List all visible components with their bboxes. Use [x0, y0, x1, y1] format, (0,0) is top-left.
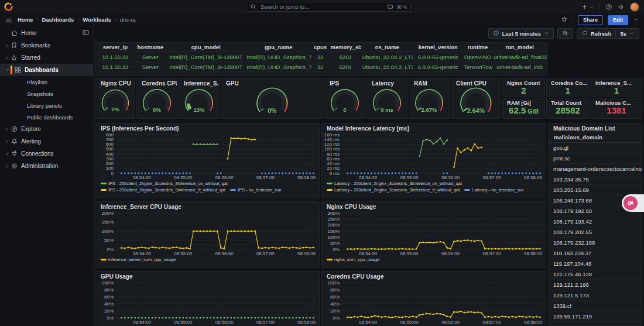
- sidebar-item-administration[interactable]: Administration: [0, 160, 93, 172]
- sidebar-item-playlists[interactable]: Playlists: [0, 76, 93, 88]
- nginx-cpu-chart-plot[interactable]: 0%50%100%150%200%250%300%08:54:0008:55:0…: [322, 211, 546, 256]
- svg-text:60%: 60%: [104, 294, 114, 300]
- table-header[interactable]: gpu_name: [245, 43, 311, 52]
- chevron-right-icon[interactable]: [4, 152, 11, 156]
- sidebar-item-bookmarks[interactable]: Bookmarks: [0, 39, 93, 52]
- svg-text:08:54:00: 08:54:00: [359, 251, 378, 256]
- refresh-button[interactable]: Refresh 5s: [577, 28, 639, 39]
- grafana-logo-icon[interactable]: [4, 2, 13, 13]
- sidebar-item-snapshots[interactable]: Snapshots: [0, 88, 93, 99]
- time-range-picker[interactable]: Last 5 minutes: [488, 28, 554, 39]
- news-icon[interactable]: [618, 4, 625, 11]
- panel-title[interactable]: Nginx CPU Usage: [322, 202, 546, 211]
- svg-text:20 ms: 20 ms: [327, 166, 340, 171]
- chevron-right-icon[interactable]: [4, 56, 11, 60]
- panel-title[interactable]: Model Inference Latency [ms]: [322, 123, 546, 132]
- sidebar-item-home[interactable]: Home: [0, 27, 93, 39]
- legend-item[interactable]: Latency - 200client_2nginx_3coredns_3inf…: [327, 187, 460, 193]
- search-box[interactable]: ⌘+k: [246, 2, 411, 12]
- gpu-usage-chart-panel: GPU Usage 0%20%40%60%80%100%08:54:0008:5…: [95, 271, 320, 326]
- ips-chart-plot[interactable]: 010020030040050060070080008:54:0008:55:0…: [96, 132, 319, 180]
- sidebar-item-starred[interactable]: Starred: [0, 52, 93, 64]
- panel-title[interactable]: GPU: [221, 78, 323, 87]
- legend-item[interactable]: IPS - no_testcase_run: [230, 187, 281, 193]
- domain-list-rows: goo.glprnt.scmanagement-orderscosctocanc…: [549, 143, 642, 322]
- svg-text:20%: 20%: [330, 308, 340, 314]
- panel-title[interactable]: Inference_Server CPU Usage: [96, 202, 319, 211]
- search-icon: [250, 2, 256, 12]
- coredns-cpu-chart-plot[interactable]: 0%20%40%60%80%100%08:54:0008:55:0008:56:…: [322, 280, 546, 325]
- panel-title[interactable]: Coredns CPU Usage: [322, 272, 546, 280]
- refresh-interval[interactable]: 5s: [620, 30, 626, 37]
- legend-item[interactable]: nginx_sum_cpu_usage: [327, 257, 379, 262]
- table-header[interactable]: server_ip: [96, 43, 135, 52]
- table-header[interactable]: os_name: [361, 43, 413, 52]
- help-icon[interactable]: [605, 4, 612, 11]
- nginx-cpu-gauge-panel: Nginx CPU 2%: [95, 78, 135, 119]
- panel-title[interactable]: GPU Usage: [96, 272, 319, 280]
- breadcrumb-workloads[interactable]: Workloads: [83, 16, 111, 23]
- dock-sidebar-icon[interactable]: [82, 29, 90, 37]
- domain-list-header[interactable]: malicious_domain: [549, 132, 641, 143]
- table-header[interactable]: run_model: [492, 43, 547, 52]
- search-input[interactable]: [259, 3, 384, 11]
- coredns-count-stat-panel: Coredns Co... 1: [546, 78, 590, 97]
- svg-text:08:58:00: 08:58:00: [524, 175, 543, 180]
- stat-value: 1381: [591, 106, 642, 115]
- panel-title[interactable]: Nginx CPU: [96, 78, 135, 87]
- chevron-down-icon[interactable]: [4, 67, 11, 73]
- legend-item[interactable]: Latency - no_testcase_run: [464, 187, 523, 193]
- legend-item[interactable]: IPS - 200client_2nginx_3coredns_3inferen…: [101, 181, 228, 186]
- sidebar-item-dashboards[interactable]: Dashboards: [0, 64, 93, 76]
- table-header[interactable]: cpu_model: [166, 43, 245, 52]
- panel-title[interactable]: IPS (Inferences Per Second): [96, 123, 319, 132]
- chevron-right-icon[interactable]: [4, 139, 11, 144]
- table-header[interactable]: kernel_version: [413, 43, 463, 52]
- sidebar-item-explore[interactable]: Explore: [0, 123, 93, 135]
- edit-button[interactable]: Edit: [608, 15, 628, 25]
- sidebar-item-library-panels[interactable]: Library panels: [0, 99, 93, 111]
- latency-chart-plot[interactable]: 0 ms20 ms40 ms60 ms80 ms100 ms120 ms140 …: [322, 132, 546, 180]
- svg-text:08:57:00: 08:57:00: [483, 320, 502, 325]
- chevron-right-icon[interactable]: [4, 164, 11, 169]
- compass-icon: [11, 125, 21, 133]
- table-header[interactable]: hostname: [135, 43, 166, 52]
- panel-title[interactable]: Latency: [367, 78, 407, 87]
- table-header[interactable]: memory_size: [330, 43, 361, 52]
- panel-title[interactable]: IPS: [325, 78, 365, 87]
- sidebar-item-alerting[interactable]: Alerting: [0, 135, 93, 147]
- kiosk-chevron-up-icon[interactable]: [633, 15, 639, 25]
- zoom-out-button[interactable]: [557, 28, 573, 39]
- breadcrumb-home[interactable]: Home: [18, 16, 33, 23]
- table-header[interactable]: runtime: [463, 43, 492, 52]
- stat-value: 28582: [547, 106, 589, 115]
- legend-item[interactable]: Latency - 200client_2nginx_3coredns_3inf…: [327, 181, 462, 186]
- user-avatar[interactable]: [630, 2, 639, 12]
- new-menu-button[interactable]: [581, 2, 594, 12]
- svg-text:08:56:00: 08:56:00: [215, 251, 234, 256]
- sidebar-item-connections[interactable]: Connections: [0, 147, 93, 160]
- table-cell: 6.8.0-65-generic: [413, 52, 463, 62]
- star-dashboard-icon[interactable]: [561, 15, 568, 25]
- panel-title[interactable]: Client CPU: [451, 78, 500, 87]
- svg-text:500: 500: [106, 146, 114, 152]
- panel-title[interactable]: Inference_S...: [179, 78, 219, 87]
- chevron-right-icon[interactable]: [4, 127, 11, 132]
- gpu-usage-chart-plot[interactable]: 0%20%40%60%80%100%08:54:0008:55:0008:56:…: [96, 280, 319, 325]
- svg-text:80%: 80%: [104, 287, 114, 293]
- share-button[interactable]: Share: [578, 15, 603, 25]
- inference-cpu-chart-plot[interactable]: 0%50%100%150%200%08:54:0008:55:0008:56:0…: [96, 211, 319, 256]
- floating-recorder-button[interactable]: [622, 194, 644, 212]
- table-header[interactable]: cpus: [311, 43, 330, 52]
- svg-text:50%: 50%: [104, 238, 114, 243]
- panel-title[interactable]: Coredns CPU: [137, 78, 177, 87]
- legend-item[interactable]: IPS - 200client_2nginx_3coredns_3inferen…: [101, 187, 225, 193]
- sidebar-item-public-dashboards[interactable]: Public dashboards: [0, 111, 93, 123]
- panel-title[interactable]: Malicious Domain List: [549, 123, 642, 132]
- legend-item[interactable]: inference_server_sum_cpu_usage: [101, 257, 176, 262]
- chevron-right-icon[interactable]: [4, 43, 11, 48]
- bell-icon: [11, 138, 21, 145]
- panel-title[interactable]: RAM: [409, 78, 449, 87]
- ips-chart-panel: IPS (Inferences Per Second) 010020030040…: [95, 123, 320, 198]
- breadcrumb-dashboards[interactable]: Dashboards: [42, 16, 74, 23]
